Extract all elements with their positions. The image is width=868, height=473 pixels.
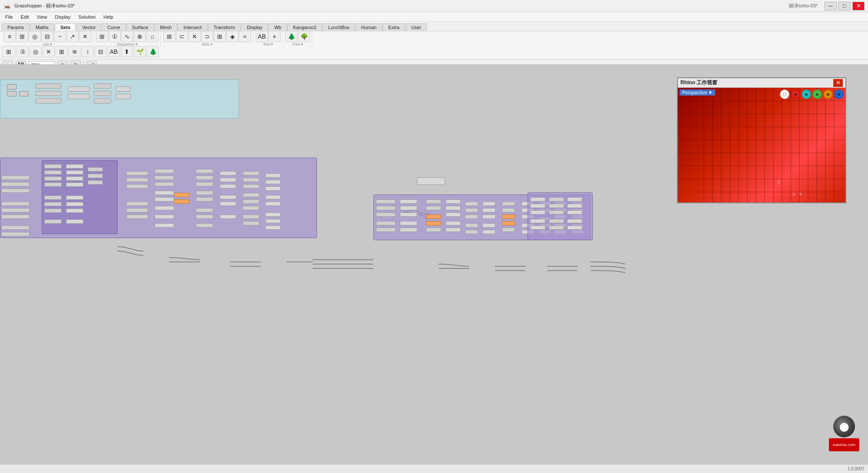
tb-tree-2[interactable]: 🌳 [298,31,310,42]
tb-tree-1[interactable]: 🌲 [285,31,297,42]
watermark: ⬤ xuexiniu.com [829,416,859,451]
close-button[interactable]: ✕ [852,2,865,10]
tb2-8[interactable]: ⊟ [95,46,107,57]
tb-sets-7[interactable]: ≈ [239,31,251,42]
tb-sets-1[interactable]: ⊞ [163,31,175,42]
tab-maths[interactable]: Maths [30,23,54,31]
tb-list-3[interactable]: ◎ [29,31,41,42]
node-group-far-right[interactable] [528,192,593,240]
title-bar-right: 丽泽soho-03* ─ □ ✕ [789,2,865,10]
tb2-1[interactable]: ⊞ [2,46,16,57]
tab-curve[interactable]: Curve [102,23,125,31]
tb-sets-5[interactable]: ⊞ [214,31,226,42]
app-title: Grasshopper - 丽泽soho-03* [14,3,75,9]
toolbar-group-list: ≡ ⊞ ◎ ⊟ ~ ↗ ✕ List ▾ [2,31,93,46]
toolbar-area: ≡ ⊞ ◎ ⊟ ~ ↗ ✕ List ▾ ⊞ ① ∿ ⊕ ⌂ Sequence … [0,31,868,60]
tab-extra[interactable]: Extra [383,23,405,31]
view-icon-orange[interactable]: ● [823,89,833,99]
node-group-left-inner[interactable] [42,160,118,234]
tb2-6[interactable]: ≋ [69,46,81,57]
tb-list-6[interactable]: ↗ [66,31,79,42]
tb-seq-4[interactable]: ⊕ [134,31,146,42]
rhino-viewport-close[interactable]: ✕ [833,79,843,87]
tab-display[interactable]: Display [241,23,268,31]
node-group-top[interactable] [0,79,239,119]
tb2-2[interactable]: ② [17,46,29,57]
rhino-viewport-header: Rhino 工作视窗 ✕ [678,78,845,88]
tb-list-1[interactable]: ≡ [3,31,16,42]
perspective-label: Perspective [682,90,707,95]
tb-sets-2[interactable]: ⊂ [176,31,188,42]
menu-view[interactable]: View [33,13,51,20]
status-right: 1.0.0007 [848,466,865,471]
tb-sets-6[interactable]: ◈ [226,31,238,42]
menu-display[interactable]: Display [51,13,74,20]
tb-seq-1[interactable]: ⊞ [96,31,108,42]
view-icon-blue[interactable]: ● [834,89,844,99]
toolbar-tabs: Params Maths Sets Vector Curve Surface M… [0,22,868,31]
view-icon-white[interactable]: □ [780,89,789,99]
tb2-3[interactable]: ◎ [30,46,42,57]
rhino-viewport-content[interactable]: Perspective ▼ □ ● ● ● ● ● [678,88,845,202]
title-bar-left: 🦗 Grasshopper - 丽泽soho-03* [3,3,75,10]
tb-seq-5[interactable]: ⌂ [146,31,158,42]
tab-mesh[interactable]: Mesh [155,23,178,31]
toolbar-row-1: ≡ ⊞ ◎ ⊟ ~ ↗ ✕ List ▾ ⊞ ① ∿ ⊕ ⌂ Sequence … [2,32,866,45]
toolbar-group-tree: 🌲 🌳 Tree ▾ [284,31,312,46]
tab-human[interactable]: Human [356,23,382,31]
tb2-4[interactable]: ✕ [43,46,55,57]
tb2-11[interactable]: 🌱 [134,46,146,57]
group-label-sets: Sets ▾ [200,42,215,46]
tb-seq-2[interactable]: ① [109,31,121,42]
tab-user[interactable]: User [406,23,427,31]
rhino-grid-svg: z y x [678,88,845,202]
tab-params[interactable]: Params [2,23,30,31]
tab-kangaroo2[interactable]: Kangaroo2 [287,23,322,31]
tab-sets[interactable]: Sets [55,23,76,31]
tb-text-2[interactable]: ⌖ [268,31,281,42]
tb-list-5[interactable]: ~ [54,31,66,42]
tab-surface[interactable]: Surface [126,23,154,31]
isolated-node-top[interactable] [417,177,445,185]
tab-lunchbox[interactable]: LunchBox [323,23,355,31]
tb-text-1[interactable]: AB [256,31,268,42]
perspective-btn[interactable]: Perspective ▼ [680,89,715,96]
view-icon-green[interactable]: ● [812,89,822,99]
app-icon: 🦗 [3,3,11,10]
tb-list-7[interactable]: ✕ [79,31,91,42]
view-icon-red[interactable]: ● [791,89,800,99]
menu-solution[interactable]: Solution [75,13,99,20]
tb2-5[interactable]: ⊞ [56,46,68,57]
rhino-viewport[interactable]: Rhino 工作视窗 ✕ Perspective ▼ □ ● ● ● ● ● [677,77,846,203]
watermark-sphere: ⬤ [833,416,855,437]
svg-text:x: x [799,192,802,196]
watermark-logo: xuexiniu.com [829,438,859,451]
tb-sets-4[interactable]: ⊃ [201,31,213,42]
view-icon-teal[interactable]: ● [802,89,811,99]
minimize-button[interactable]: ─ [825,2,837,10]
maximize-button[interactable]: □ [838,2,851,10]
tb-sets-3[interactable]: ✕ [188,31,201,42]
rhino-3d-canvas: z y x [678,88,845,202]
menu-file[interactable]: File [2,13,17,20]
tab-wb[interactable]: Wb [268,23,287,31]
tb2-7[interactable]: ↕ [82,46,94,57]
tab-vector[interactable]: Vector [76,23,101,31]
menu-edit[interactable]: Edit [17,13,33,20]
svg-text:y: y [793,192,795,196]
canvas-area[interactable]: Rhino 工作视窗 ✕ Perspective ▼ □ ● ● ● ● ● [0,64,868,464]
node-group-left[interactable] [0,158,317,238]
view-icons-container: □ ● ● ● ● ● [780,89,844,99]
rhino-viewport-title: Rhino 工作视窗 [680,79,717,86]
menu-help[interactable]: Help [100,13,117,20]
tb-list-2[interactable]: ⊞ [16,31,28,42]
tb2-12[interactable]: 🌲 [147,46,159,57]
tb2-10[interactable]: ⬆ [121,46,133,57]
toolbar-group-sets: ⊞ ⊂ ✕ ⊃ ⊞ ◈ ≈ Sets ▾ [162,31,253,46]
tb-list-4[interactable]: ⊟ [41,31,53,42]
group-label-text: Text ▾ [261,42,275,46]
tab-intersect[interactable]: Intersect [178,23,207,31]
tb2-9[interactable]: AB [108,46,120,57]
tb-seq-3[interactable]: ∿ [121,31,133,42]
tab-transform[interactable]: Transform [208,23,241,31]
